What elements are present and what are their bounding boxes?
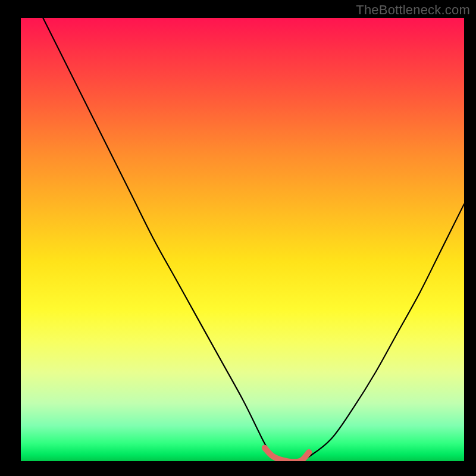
minimum-region-highlight (265, 448, 309, 461)
plot-area (21, 18, 464, 461)
chart-frame: TheBottleneck.com (0, 0, 476, 476)
curve-layer (21, 18, 464, 461)
watermark-text: TheBottleneck.com (356, 2, 470, 18)
bottleneck-curve (43, 18, 464, 461)
